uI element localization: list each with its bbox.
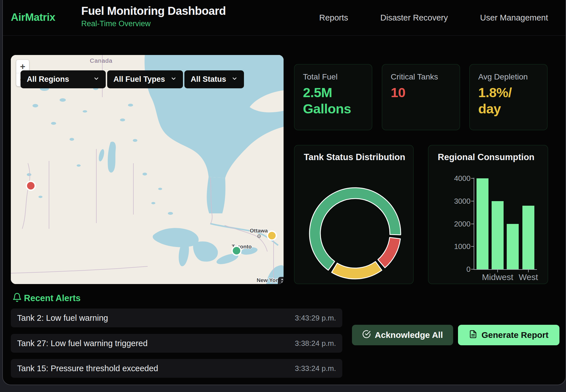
main-nav: Reports Disaster Recovery User Managemen…	[319, 0, 548, 35]
stat-card-avg-depletion: Avg Depletion 1.8%/ day	[469, 64, 547, 130]
bar-west	[522, 206, 534, 269]
map-marker-critical[interactable]	[27, 181, 35, 190]
chevron-down-icon	[88, 75, 99, 84]
bell-icon	[12, 293, 22, 303]
stat-value: 2.5M Gallons	[303, 84, 363, 117]
page-title: Fuel Monitoring Dashboard	[81, 4, 226, 18]
filter-regions-value: All Regions	[27, 75, 69, 84]
stat-label: Critical Tanks	[391, 72, 451, 81]
stat-value-line: day	[478, 101, 539, 117]
x-tick-mark	[528, 270, 529, 272]
alert-row[interactable]: Tank 15: Pressure threshold exceeded 3:3…	[11, 359, 342, 378]
acknowledge-all-button[interactable]: Acknowledge All	[352, 325, 453, 345]
stat-value: 10	[391, 84, 451, 101]
filter-status-select[interactable]: All Status	[184, 70, 244, 88]
alert-time: 3:38:24 p.m.	[295, 339, 336, 348]
y-tick-label: 4000	[440, 174, 471, 183]
alert-text: Tank 2: Low fuel warning	[17, 313, 108, 323]
y-axis-line	[474, 178, 474, 270]
chevron-down-icon	[226, 75, 238, 84]
map-label-new-york: New York	[257, 277, 281, 283]
chart-title: Tank Status Distribution	[304, 152, 405, 162]
chevron-down-icon	[165, 75, 177, 84]
ottawa-city-dot-center	[258, 236, 260, 237]
y-tick-label: 0	[440, 265, 471, 273]
check-circle-icon	[362, 330, 371, 340]
generate-report-button[interactable]: Generate Report	[458, 325, 559, 345]
bar-series-2	[507, 224, 519, 270]
nav-user-management[interactable]: User Management	[480, 13, 548, 23]
generate-report-label: Generate Report	[481, 330, 548, 340]
donut-segment-warning	[332, 262, 382, 279]
map[interactable]: Canada Ottawa Toronto New York + − All R…	[11, 55, 284, 284]
y-tick-mark	[471, 178, 474, 179]
y-tick-label: 1000	[440, 242, 471, 251]
y-tick-mark	[471, 201, 474, 201]
map-filters: All Regions All Fuel Types All Status	[21, 70, 244, 88]
map-marker-normal[interactable]	[232, 246, 241, 255]
alert-text: Tank 27: Low fuel warning triggered	[17, 339, 148, 348]
file-text-icon	[469, 330, 477, 340]
bar-series-0	[477, 178, 488, 269]
x-axis-line	[474, 269, 537, 270]
filter-regions-select[interactable]: All Regions	[21, 70, 106, 88]
map-label-canada: Canada	[90, 57, 113, 64]
alert-time: 3:43:29 p.m.	[295, 314, 336, 322]
stat-value-line: 1.8%/	[478, 84, 539, 101]
stat-value-line: 10	[391, 84, 451, 101]
nav-disaster-recovery[interactable]: Disaster Recovery	[380, 13, 448, 23]
donut-segment-critical	[378, 238, 400, 268]
filter-fuel-types-value: All Fuel Types	[113, 75, 165, 84]
y-tick-mark	[471, 224, 474, 224]
map-marker-warning[interactable]	[268, 231, 276, 240]
header-divider	[3, 35, 565, 36]
stat-value: 1.8%/ day	[478, 84, 539, 117]
stat-value-line: 2.5M	[303, 84, 363, 101]
y-tick-mark	[471, 246, 474, 247]
stat-value-line: Gallons	[303, 101, 363, 117]
alert-row[interactable]: Tank 27: Low fuel warning triggered 3:38…	[11, 334, 342, 353]
alert-text: Tank 15: Pressure threshold exceeded	[17, 364, 158, 373]
alerts-heading: Recent Alerts	[24, 293, 81, 303]
bar-chart: 01000200030004000MidwestWest	[428, 145, 548, 284]
filter-fuel-types-select[interactable]: All Fuel Types	[107, 70, 183, 88]
stat-label: Total Fuel	[303, 72, 363, 81]
alert-time: 3:33:24 p.m.	[295, 364, 336, 373]
y-tick-label: 2000	[440, 220, 471, 228]
map-canvas: Canada Ottawa Toronto New York	[11, 55, 284, 284]
nav-reports[interactable]: Reports	[319, 13, 348, 23]
bar-midwest	[492, 201, 504, 269]
y-tick-mark	[471, 269, 474, 270]
y-tick-label: 3000	[440, 197, 471, 205]
stat-card-critical-tanks: Critical Tanks 10	[382, 64, 460, 130]
acknowledge-all-label: Acknowledge All	[375, 330, 443, 340]
page-subtitle: Real-Time Overview	[81, 19, 151, 28]
brand-logo[interactable]: AirMatrix	[11, 11, 55, 23]
donut-chart	[305, 183, 405, 283]
stat-card-total-fuel: Total Fuel 2.5M Gallons	[294, 64, 372, 130]
x-tick-mark	[497, 270, 498, 272]
alert-row[interactable]: Tank 2: Low fuel warning 3:43:29 p.m.	[11, 309, 342, 327]
filter-status-value: All Status	[191, 75, 226, 84]
map-label-ottawa: Ottawa	[250, 228, 268, 234]
tank-status-chart-card: Tank Status Distribution	[294, 145, 414, 284]
x-tick-label: West	[506, 272, 551, 282]
regional-consumption-chart-card: Regional Consumption 01000200030004000Mi…	[428, 145, 548, 284]
stat-label: Avg Depletion	[478, 72, 539, 81]
